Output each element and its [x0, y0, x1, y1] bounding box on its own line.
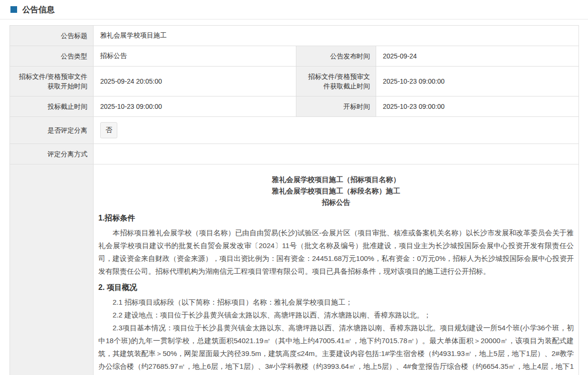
evaluation-separation-label: 是否评定分离: [10, 117, 94, 144]
doc-obtain-start-label: 招标文件/资格预审文件获取开始时间: [10, 67, 94, 96]
document-title-line: 雅礼会展学校项目施工（招标项目名称）: [98, 174, 574, 185]
document-body-cell: 雅礼会展学校项目施工（招标项目名称） 雅礼会展学校项目施工（标段名称）施工 招标…: [94, 164, 579, 375]
bid-deadline-value: 2025-10-23 09:00:00: [94, 96, 296, 117]
table-row-doc-obtain: 招标文件/资格预审文件获取开始时间 2025-09-24 20:05:00 招标…: [10, 67, 579, 96]
section-heading-project-overview: 2. 项目概况: [98, 281, 574, 294]
bid-deadline-label: 投标截止时间: [10, 96, 94, 117]
doc-obtain-start-value: 2025-09-24 20:05:00: [94, 67, 296, 96]
blue-square-icon: [10, 6, 17, 13]
table-row-evaluation-separation: 是否评定分离 否: [10, 117, 579, 144]
evaluation-separation-method-value: [94, 144, 579, 164]
announcement-type-label: 公告类型: [10, 46, 94, 67]
doc-obtain-end-label: 招标文件/资格预审文件获取截止时间: [296, 67, 376, 96]
table-row-document-body: 雅礼会展学校项目施工（招标项目名称） 雅礼会展学校项目施工（标段名称）施工 招标…: [10, 164, 579, 375]
table-row-type-publish: 公告类型 招标公告 公告发布时间 2025-09-24: [10, 46, 579, 67]
document-body-label-empty: [10, 164, 94, 375]
table-row-title: 公告标题 雅礼会展学校项目施工: [10, 26, 579, 46]
bid-opening-time-value: 2025-10-23 09:00:00: [376, 96, 579, 117]
publish-time-value: 2025-09-24: [376, 46, 579, 67]
document-title-line: 雅礼会展学校项目施工（标段名称）施工: [98, 185, 574, 197]
table-row-deadline-opening: 投标截止时间 2025-10-23 09:00:00 开标时间 2025-10-…: [10, 96, 579, 117]
doc-obtain-end-value: 2025-10-23 09:00:00: [376, 67, 579, 96]
bid-opening-time-label: 开标时间: [296, 96, 376, 117]
section-heading-tender-conditions: 1.招标条件: [98, 212, 574, 224]
evaluation-separation-method-label: 评定分离方式: [10, 144, 94, 164]
evaluation-separation-cell: 否: [94, 117, 579, 144]
table-row-evaluation-method: 评定分离方式: [10, 144, 579, 164]
announcement-title-label: 公告标题: [10, 26, 94, 46]
paragraph-tender-conditions: 本招标项目雅礼会展学校（项目名称）已由自由贸易(长沙)试验区-会展片区（项目审批…: [98, 226, 574, 278]
announcement-info-table: 公告标题 雅礼会展学校项目施工 公告类型 招标公告 公告发布时间 2025-09…: [9, 25, 579, 375]
paragraph-project-location: 2.2 建设地点：项目位于长沙县黄兴镇金太路以东、高塘坪路以西、清水塘路以南、香…: [98, 308, 574, 321]
announcement-title-value: 雅礼会展学校项目施工: [94, 26, 579, 46]
announcement-type-value: 招标公告: [94, 46, 296, 67]
document-title-block: 雅礼会展学校项目施工（招标项目名称） 雅礼会展学校项目施工（标段名称）施工 招标…: [98, 174, 574, 208]
tender-document: 雅礼会展学校项目施工（招标项目名称） 雅礼会展学校项目施工（标段名称）施工 招标…: [98, 174, 574, 375]
page-title: 公告信息: [22, 4, 55, 15]
paragraph-project-details: 2.3项目基本情况：项目位于长沙县黄兴镇金太路以东、高塘坪路以西、清水塘路以南、…: [98, 321, 574, 375]
paragraph-project-name: 2.1 招标项目或标段（以下简称：招标项目）名称：雅礼会展学校项目施工；: [98, 296, 574, 308]
publish-time-label: 公告发布时间: [296, 46, 376, 67]
section-header: 公告信息: [0, 0, 588, 19]
evaluation-separation-no-button[interactable]: 否: [100, 122, 117, 138]
document-title-line: 招标公告: [98, 197, 574, 208]
